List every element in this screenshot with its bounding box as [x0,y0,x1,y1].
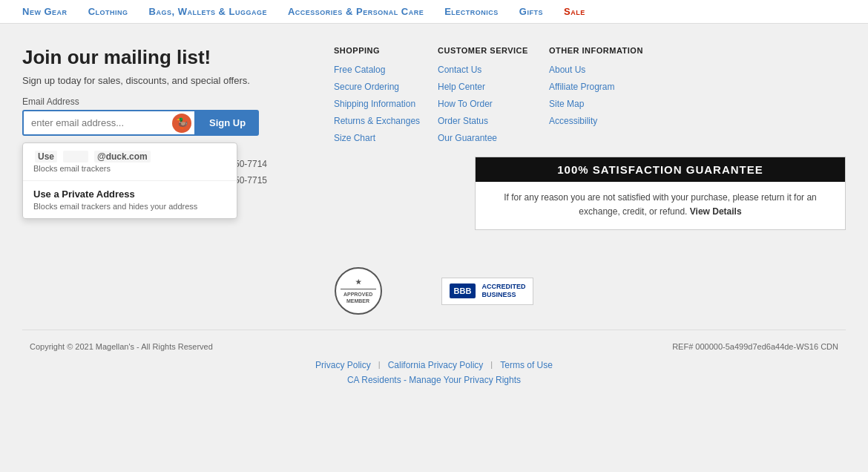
link-our-guarantee: Our Guarantee [438,132,549,143]
bbb-text: ACCREDITED BUSINESS [481,283,525,300]
bbb-accredited: ACCREDITED [481,283,525,292]
email-input-row: 🦆 Sign Up [22,110,304,136]
satisfaction-header: 100% SATISFACTION GUARANTEE [476,157,845,182]
footer-links-row: Privacy Policy | California Privacy Poli… [22,360,846,370]
link-site-map: Site Map [549,98,660,109]
link-order-status: Order Status [438,115,549,126]
separator-1: | [378,360,381,370]
shopping-heading: Shopping [334,46,438,55]
footer-top-section: Join our mailing list! Sign up today for… [22,46,846,230]
customer-service-column: Customer Service Contact Us Help Center … [438,46,549,149]
nav-accessories[interactable]: Accessories & Personal Care [288,6,424,17]
duck-dropdown: Use @duck.com Blocks email trackers Use … [22,142,237,219]
nav-sale[interactable]: Sale [564,6,585,17]
separator-2: | [490,360,493,370]
nav-new-gear[interactable]: New Gear [22,6,68,17]
mailing-list-section: Join our mailing list! Sign up today for… [22,46,304,230]
approved-member-text: APPROVEDMEMBER [343,291,372,304]
satisfaction-guarantee-box: 100% SATISFACTION GUARANTEE If for any r… [475,157,846,230]
link-shipping-info: Shipping Information [334,98,438,109]
footer-bottom: Copyright © 2021 Magellan's - All Rights… [22,330,846,385]
badges-row: ★ APPROVEDMEMBER BBB ACCREDITED BUSINESS [22,252,846,330]
other-info-links: About Us Affiliate Program Site Map Acce… [549,64,660,126]
footer-copyright-row: Copyright © 2021 Magellan's - All Rights… [22,342,846,351]
view-details-link[interactable]: View Details [690,206,742,217]
nav-electronics[interactable]: Electronics [444,6,499,17]
mailing-subtext: Sign up today for sales, discounts, and … [22,75,304,86]
footer-right: Shopping Free Catalog Secure Ordering Sh… [334,46,846,230]
footer-area: Join our mailing list! Sign up today for… [0,24,868,403]
nav-bags[interactable]: Bags, Wallets & Luggage [149,6,267,17]
duck-email-mask [63,151,89,163]
copyright-text: Copyright © 2021 Magellan's - All Rights… [30,342,213,351]
customer-service-links: Contact Us Help Center How To Order Orde… [438,64,549,143]
ca-privacy-link[interactable]: California Privacy Policy [388,360,484,370]
link-size-chart: Size Chart [334,132,438,143]
bbb-badge: BBB ACCREDITED BUSINESS [441,278,534,305]
mailing-heading: Join our mailing list! [22,46,304,69]
duck-use-label: Use [35,151,57,163]
nav-clothing[interactable]: Clothing [88,6,128,17]
approved-member-badge: ★ APPROVEDMEMBER [335,267,382,315]
shopping-links: Free Catalog Secure Ordering Shipping In… [334,64,438,143]
terms-link[interactable]: Terms of Use [500,360,553,370]
nav-gifts[interactable]: Gifts [519,6,543,17]
bbb-shield-label: BBB [450,283,476,298]
email-input-wrapper: 🦆 [22,110,196,136]
privacy-policy-link[interactable]: Privacy Policy [315,360,371,370]
customer-service-heading: Customer Service [438,46,549,55]
shopping-column: Shopping Free Catalog Secure Ordering Sh… [334,46,438,149]
link-accessibility: Accessibility [549,115,660,126]
duck-email-domain: @duck.com [94,151,151,163]
footer-columns-area: Shopping Free Catalog Secure Ordering Sh… [334,46,846,149]
duck-option-masked-sub: Blocks email trackers [33,164,226,173]
email-input[interactable] [24,111,172,134]
signup-button[interactable]: Sign Up [196,110,259,136]
other-info-heading: Other Information [549,46,660,55]
ref-text: REF# 000000-5a499d7ed6a44de-WS16 CDN [672,342,838,351]
bbb-business: BUSINESS [481,291,525,300]
link-contact-us: Contact Us [438,64,549,75]
link-help-center: Help Center [438,81,549,92]
other-info-column: Other Information About Us Affiliate Pro… [549,46,660,149]
link-returns: Returns & Exchanges [334,115,438,126]
link-free-catalog: Free Catalog [334,64,438,75]
email-label: Email Address [22,96,304,107]
link-how-to-order: How To Order [438,98,549,109]
link-secure-ordering: Secure Ordering [334,81,438,92]
duck-option-masked[interactable]: Use @duck.com Blocks email trackers [23,143,237,181]
duckduckgo-icon: 🦆 [172,114,191,133]
duck-private-sub: Blocks email trackers and hides your add… [33,202,226,211]
duck-option-private[interactable]: Use a Private Address Blocks email track… [23,181,237,218]
duck-private-title: Use a Private Address [33,189,226,200]
link-affiliate: Affiliate Program [549,81,660,92]
ca-residents-link[interactable]: CA Residents - Manage Your Privacy Right… [22,375,846,385]
link-about-us: About Us [549,64,660,75]
top-navigation: New Gear Clothing Bags, Wallets & Luggag… [0,0,868,24]
satisfaction-text: If for any reason you are not satisfied … [490,191,830,219]
